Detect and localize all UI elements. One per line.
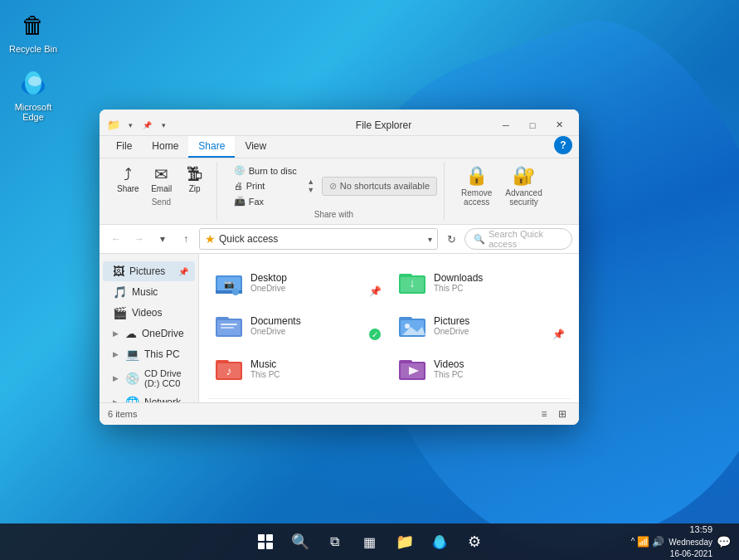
svg-point-35 <box>435 535 445 548</box>
close-button[interactable]: ✕ <box>546 114 572 136</box>
list-view-button[interactable]: ≡ <box>536 406 552 422</box>
qat-expand[interactable]: ▾ <box>156 118 171 133</box>
onedrive-icon: ☁ <box>125 327 137 340</box>
folder-pictures[interactable]: Pictures OneDrive 📌 <box>391 305 571 345</box>
address-text: Quick access <box>219 233 278 245</box>
taskbar-right: ^ 📶 🔊 13:59 Wednesday16-06-2021 💬 <box>631 523 731 559</box>
burn-disc-button[interactable]: 💿 Burn to disc <box>231 163 300 178</box>
address-bar[interactable]: ★ Quick access ▾ <box>199 228 438 250</box>
pictures-folder-subtitle: OneDrive <box>434 327 546 336</box>
email-button[interactable]: ✉ Email <box>147 163 177 196</box>
pictures-folder-icon <box>397 310 427 340</box>
recent-locations-button[interactable]: ▾ <box>153 229 173 249</box>
send-group-label: Send <box>152 197 171 207</box>
address-chevron-icon: ▾ <box>428 235 432 244</box>
recycle-bin-icon[interactable]: 🗑 Recycle Bin <box>8 8 58 54</box>
nav-bar: ← → ▾ ↑ ★ Quick access ▾ ↻ 🔍 Search Quic… <box>100 225 579 254</box>
sidebar-item-pictures[interactable]: 🖼 Pictures 📌 <box>103 261 195 281</box>
sidebar-item-onedrive[interactable]: ▶ ☁ OneDrive <box>103 324 195 343</box>
start-button[interactable] <box>250 527 280 557</box>
volume-icon[interactable]: 🔊 <box>652 536 664 548</box>
folder-desktop[interactable]: 📷 Desktop OneDrive 📌 <box>207 262 387 302</box>
zip-button[interactable]: 🗜 Zip <box>180 163 210 196</box>
tab-share[interactable]: Share <box>188 136 235 158</box>
share-scroll[interactable]: ▲▼ <box>305 178 317 194</box>
folder-documents[interactable]: Documents OneDrive ✓ <box>207 305 387 345</box>
ribbon-tabs: File Home Share View ? <box>100 136 579 158</box>
items-count: 6 items <box>108 409 137 419</box>
ribbon-group-security: 🔒 Remove access 🔐 Advanced security <box>451 162 552 221</box>
pictures-icon: 🖼 <box>113 265 124 278</box>
help-button[interactable]: ? <box>554 136 572 154</box>
edge-taskbar[interactable] <box>425 527 455 557</box>
thispc-icon: 💻 <box>125 348 139 361</box>
up-button[interactable]: ↑ <box>176 229 196 249</box>
sidebar-item-music[interactable]: 🎵 Music <box>103 282 195 302</box>
desktop-name: Desktop <box>250 272 362 284</box>
sidebar-item-cd-drive[interactable]: ▶ 💿 CD Drive (D:) CC0 <box>103 365 195 392</box>
print-button[interactable]: 🖨 Print <box>231 179 300 192</box>
window-title: File Explorer <box>275 119 493 131</box>
search-bar[interactable]: 🔍 Search Quick access <box>464 228 572 250</box>
tab-home[interactable]: Home <box>142 136 188 158</box>
email-label: Email <box>151 184 172 193</box>
pictures-folder-info: Pictures OneDrive <box>434 315 546 336</box>
edge-image <box>17 66 50 100</box>
qat-dropdown[interactable]: ▾ <box>123 118 138 133</box>
widgets-button[interactable]: ▦ <box>355 527 385 557</box>
desktop-icons: 🗑 Recycle Bin Microsoft Edge <box>8 8 58 122</box>
search-taskbar-button[interactable]: 🔍 <box>285 527 315 557</box>
block-icon: ⊘ <box>329 181 337 192</box>
fax-label: Fax <box>249 197 264 207</box>
network-label: Network <box>144 397 188 402</box>
forward-button[interactable]: → <box>129 229 149 249</box>
tab-file[interactable]: File <box>106 136 142 158</box>
recycle-bin-image: 🗑 <box>17 8 50 41</box>
music-label: Music <box>132 286 188 298</box>
expand-icon-cd: ▶ <box>113 374 119 382</box>
maximize-button[interactable]: □ <box>519 114 546 136</box>
grid-view-button[interactable]: ⊞ <box>554 406 571 422</box>
sidebar-item-videos[interactable]: 🎬 Videos <box>103 303 195 323</box>
minimize-button[interactable]: ─ <box>493 114 519 136</box>
notification-icon[interactable]: 💬 <box>717 535 731 548</box>
desktop-folder-info: Desktop OneDrive <box>250 272 362 293</box>
file-explorer-taskbar[interactable]: 📁 <box>390 527 420 557</box>
pictures-label: Pictures <box>129 265 173 277</box>
taskbar-center: 🔍 ⧉ ▦ 📁 ⚙ <box>250 527 489 557</box>
tab-view[interactable]: View <box>235 136 276 158</box>
search-icon: 🔍 <box>474 234 485 245</box>
svg-point-2 <box>28 76 41 86</box>
task-view-button[interactable]: ⧉ <box>320 527 350 557</box>
taskbar: 🔍 ⧉ ▦ 📁 ⚙ ^ 📶 🔊 13:59 Wednesday16-06-202… <box>0 523 739 560</box>
settings-taskbar[interactable]: ⚙ <box>459 527 489 557</box>
advanced-security-button[interactable]: 🔐 Advanced security <box>502 163 545 208</box>
back-button[interactable]: ← <box>106 229 126 249</box>
fax-button[interactable]: 📠 Fax <box>231 194 300 208</box>
documents-folder-info: Documents OneDrive <box>250 315 362 336</box>
taskbar-clock[interactable]: 13:59 Wednesday16-06-2021 <box>669 523 712 559</box>
svg-text:♪: ♪ <box>226 364 232 377</box>
search-placeholder: Search Quick access <box>489 229 563 249</box>
sidebar-item-this-pc[interactable]: ▶ 💻 This PC <box>103 344 195 364</box>
edge-icon[interactable]: Microsoft Edge <box>8 66 58 122</box>
refresh-button[interactable]: ↻ <box>441 229 461 249</box>
music-folder-icon: ♪ <box>214 353 244 383</box>
advanced-security-check-icon: 🔐 <box>513 165 535 187</box>
videos-icon: 🎬 <box>113 306 127 319</box>
status-bar: 6 items ≡ ⊞ <box>100 402 579 425</box>
sidebar-item-network[interactable]: ▶ 🌐 Network <box>103 392 195 402</box>
folder-downloads[interactable]: ↓ Downloads This PC <box>391 262 571 302</box>
qat-pin[interactable]: 📌 <box>139 118 154 133</box>
wifi-icon[interactable]: 📶 <box>637 536 649 548</box>
svg-text:📷: 📷 <box>224 279 235 290</box>
chevron-icon[interactable]: ^ <box>631 537 635 546</box>
videos-label: Videos <box>132 307 188 319</box>
print-label: Print <box>246 181 265 191</box>
thispc-label: This PC <box>144 348 188 360</box>
no-shortcuts-button[interactable]: ⊘ No shortcuts available <box>322 177 437 196</box>
folder-music[interactable]: ♪ Music This PC <box>207 348 387 388</box>
folder-videos[interactable]: Videos This PC <box>391 348 571 388</box>
share-button[interactable]: ⤴ Share <box>113 163 143 196</box>
remove-access-button[interactable]: 🔒 Remove access <box>458 163 495 208</box>
